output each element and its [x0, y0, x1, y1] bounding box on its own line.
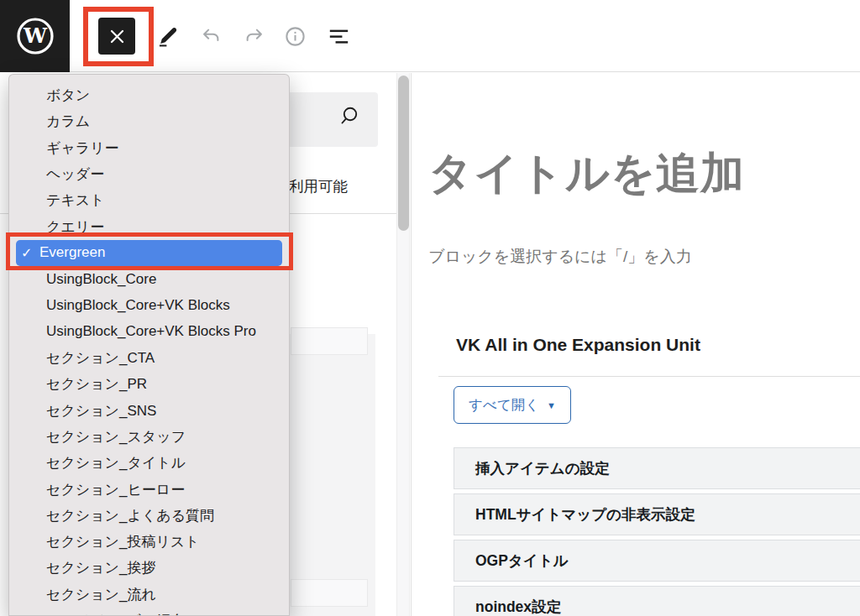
edit-mode-button[interactable]	[156, 25, 179, 48]
undo-button[interactable]	[200, 25, 223, 48]
accordion-section-header[interactable]: noindex設定	[454, 586, 860, 616]
dropdown-option-label: UsingBlock_Core+VK Blocks Pro	[46, 323, 256, 340]
check-icon: ✓	[21, 245, 39, 261]
details-button[interactable]	[284, 25, 307, 48]
dropdown-option-label: テキスト	[46, 191, 105, 210]
dropdown-option-label: セクション_CTA	[46, 348, 155, 368]
dropdown-option-label: Evergreen	[39, 244, 105, 261]
dropdown-option[interactable]: ✓ セクション_CTA	[9, 345, 289, 371]
dropdown-option[interactable]: ✓ セクション_ヒーロー	[9, 476, 289, 502]
dropdown-option[interactable]: ✓ セクション_挨拶	[9, 555, 289, 581]
accordion-section-header[interactable]: HTMLサイトマップの非表示設定	[454, 493, 860, 535]
dropdown-option-label: クエリー	[46, 217, 104, 237]
dropdown-option-label: セクション_挨拶	[46, 558, 155, 577]
list-view-icon	[328, 24, 350, 49]
open-all-button[interactable]: すべて開く ▼	[454, 386, 571, 424]
dropdown-option[interactable]: ✓ Evergreen	[16, 240, 282, 266]
dropdown-option[interactable]: ✓ テキスト	[9, 187, 289, 213]
dropdown-option-label: セクション_タイトル	[46, 453, 186, 472]
dropdown-option-label: セクション_よくある質問	[46, 506, 214, 525]
accordion-section-label: noindex設定	[475, 597, 561, 616]
close-icon	[110, 29, 124, 44]
accordion-section-label: 挿入アイテムの設定	[475, 458, 610, 478]
sidebar-scrollbar-thumb[interactable]	[398, 76, 409, 231]
info-icon	[284, 25, 307, 48]
pencil-icon	[156, 25, 179, 48]
dropdown-option[interactable]: ✓ カラム	[9, 108, 289, 134]
accordion-section-label: HTMLサイトマップの非表示設定	[475, 504, 695, 525]
wordpress-logo[interactable]: W	[0, 0, 70, 72]
dropdown-option[interactable]: ✓ セクション_SNS	[9, 398, 289, 424]
dropdown-option-label: セクション_流れ	[46, 585, 156, 604]
pattern-preview-card	[291, 327, 368, 355]
wordpress-logo-icon: W	[16, 17, 55, 55]
redo-icon	[243, 25, 265, 48]
block-inserter-toggle-button[interactable]	[98, 18, 135, 55]
accordion-section-header[interactable]: 挿入アイテムの設定	[454, 447, 860, 489]
dropdown-option-label: UsingBlock_Core+VK Blocks	[46, 297, 230, 314]
dropdown-option[interactable]: ✓ ボタン	[9, 82, 289, 108]
dropdown-option-label: セクション_ヒーロー	[46, 480, 185, 499]
dropdown-option-label: ボタン	[46, 86, 90, 105]
accordion-section-label: OGPタイトル	[475, 551, 569, 571]
dropdown-option[interactable]: ✓ ギャラリー	[9, 135, 289, 161]
pattern-preview-card	[291, 579, 368, 607]
wordpress-block-editor: W	[0, 0, 860, 616]
dropdown-option[interactable]: ✓ セクション_よくある質問	[9, 503, 289, 529]
svg-text:W: W	[22, 23, 47, 48]
dropdown-option-label: UsingBlock_Core	[46, 271, 156, 288]
dropdown-option-label: ギャラリー	[46, 138, 119, 158]
dropdown-option[interactable]: ✓ セクション_流れ	[9, 582, 289, 608]
redo-button[interactable]	[243, 25, 265, 48]
dropdown-option[interactable]: ✓ セクション_スタッフ	[9, 424, 289, 450]
paragraph-block-placeholder[interactable]: ブロックを選択するには「/」を入力	[428, 246, 692, 268]
dropdown-option-label: ページ_サービス紹介	[46, 611, 184, 616]
editor-canvas: タイトルを追加 ブロックを選択するには「/」を入力 VK All in One …	[412, 73, 860, 616]
editor-header: W	[0, 0, 860, 72]
vk-settings-accordion: 挿入アイテムの設定 HTMLサイトマップの非表示設定 OGPタイトル noind…	[454, 447, 860, 616]
dropdown-option-label: ヘッダー	[46, 164, 104, 184]
dropdown-option[interactable]: ✓ クエリー	[9, 213, 289, 239]
chevron-down-icon: ▼	[547, 400, 556, 410]
dropdown-option[interactable]: ✓ セクション_PR	[9, 371, 289, 397]
vk-panel-divider	[438, 376, 860, 377]
dropdown-option[interactable]: ✓ セクション_投稿リスト	[9, 529, 289, 555]
open-all-label: すべて開く	[469, 396, 539, 415]
dropdown-option-label: セクション_投稿リスト	[46, 532, 200, 551]
post-title-input[interactable]: タイトルを追加	[428, 144, 745, 203]
dropdown-option[interactable]: ✓ UsingBlock_Core	[9, 266, 289, 292]
dropdown-option-label: カラム	[46, 112, 90, 131]
dropdown-option[interactable]: ✓ ヘッダー	[9, 161, 289, 187]
tab-reusable-partial[interactable]: 利用可能	[289, 176, 348, 196]
dropdown-option[interactable]: ✓ UsingBlock_Core+VK Blocks	[9, 292, 289, 318]
dropdown-option-label: セクション_スタッフ	[46, 427, 186, 446]
dropdown-option[interactable]: ✓ ページ_サービス紹介	[9, 608, 289, 616]
accordion-section-header[interactable]: OGPタイトル	[454, 540, 860, 582]
dropdown-option[interactable]: ✓ UsingBlock_Core+VK Blocks Pro	[9, 319, 289, 345]
dropdown-option-label: セクション_SNS	[46, 401, 156, 420]
list-view-button[interactable]	[328, 25, 350, 48]
undo-icon	[200, 25, 223, 48]
category-select-dropdown: ✓ ボタン ✓ カラム ✓ ギャラリー ✓ ヘッダー ✓ テキスト ✓ クエリー…	[8, 74, 290, 616]
dropdown-option[interactable]: ✓ セクション_タイトル	[9, 450, 289, 476]
vk-panel-title: VK All in One Expansion Unit	[456, 335, 700, 355]
dropdown-option-label: セクション_PR	[46, 374, 147, 394]
